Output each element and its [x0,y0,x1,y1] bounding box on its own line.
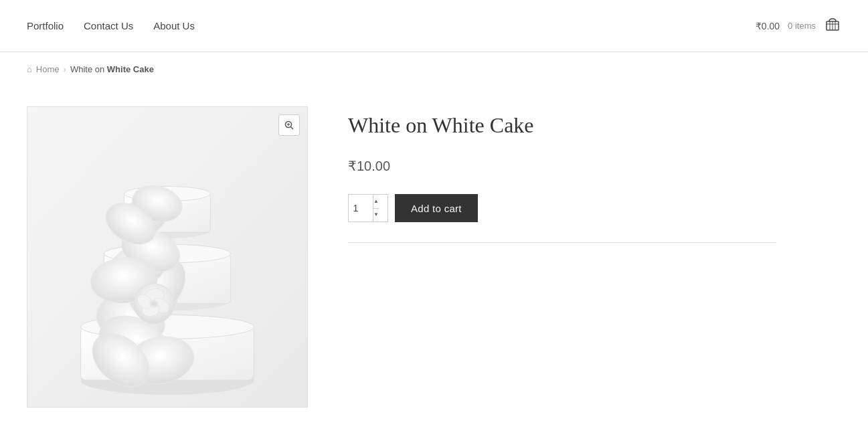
breadcrumb-separator: › [64,64,66,74]
product-actions: ▲ ▼ Add to cart [348,194,776,222]
quantity-down-button[interactable]: ▼ [373,209,379,222]
product-divider [348,242,776,243]
breadcrumb-home-link[interactable]: Home [36,64,60,74]
cart-items-count: 0 items [788,21,816,31]
nav-portfolio[interactable]: Portfolio [27,20,64,31]
breadcrumb-bold: White Cake [107,64,154,74]
zoom-button[interactable] [278,114,300,136]
header: Portfolio Contact Us About Us ₹0.00 0 it… [0,0,868,52]
add-to-cart-button[interactable]: Add to cart [395,194,478,222]
cart-icon[interactable] [824,16,841,36]
quantity-up-button[interactable]: ▲ [373,195,379,209]
breadcrumb-current: White on White Cake [70,64,154,74]
nav-contact[interactable]: Contact Us [84,20,133,31]
product-image [27,106,308,408]
home-icon: ⌂ [27,64,32,74]
quantity-wrapper: ▲ ▼ [348,194,388,222]
main-content: White on White Cake ₹10.00 ▲ ▼ Add to ca… [0,86,803,428]
svg-point-33 [151,302,157,306]
nav-about[interactable]: About Us [153,20,195,31]
product-price: ₹10.00 [348,158,776,174]
cart-area: ₹0.00 0 items [756,16,841,36]
quantity-input[interactable] [349,195,373,222]
svg-line-35 [291,127,294,130]
product-image-wrapper [27,106,308,408]
product-details: White on White Cake ₹10.00 ▲ ▼ Add to ca… [348,106,776,408]
cart-price: ₹0.00 [756,21,780,31]
nav-links: Portfolio Contact Us About Us [27,20,756,31]
breadcrumb: ⌂ Home › White on White Cake [0,52,868,86]
breadcrumb-prefix: White on [70,64,107,74]
product-title: White on White Cake [348,113,776,138]
quantity-spinners: ▲ ▼ [373,195,379,222]
